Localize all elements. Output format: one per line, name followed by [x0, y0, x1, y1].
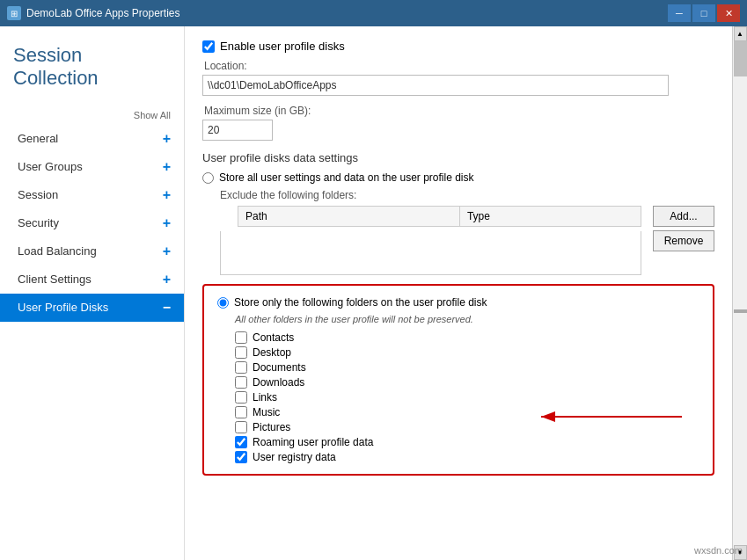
app-icon: ⊞ — [7, 6, 21, 20]
folder-desktop: Desktop — [235, 346, 699, 359]
sidebar-item-user-profile-disks[interactable]: User Profile Disks − — [0, 294, 184, 322]
folder-roaming-checkbox[interactable] — [235, 436, 247, 448]
main-window: Session Collection Show All General + Us… — [0, 26, 747, 560]
enable-profile-disks-label[interactable]: Enable user profile disks — [220, 40, 345, 53]
folder-downloads-checkbox[interactable] — [235, 376, 247, 389]
expand-icon-security: + — [163, 215, 171, 231]
remove-button[interactable]: Remove — [653, 230, 714, 251]
scroll-up-arrow[interactable]: ▲ — [734, 26, 747, 41]
sidebar-item-label-session: Session — [18, 188, 58, 201]
folder-downloads-label[interactable]: Downloads — [253, 376, 304, 389]
expand-icon-session: + — [163, 187, 171, 203]
folder-desktop-label[interactable]: Desktop — [253, 346, 291, 359]
arrow-annotation — [532, 404, 708, 430]
store-all-label[interactable]: Store all user settings and data on the … — [219, 171, 474, 184]
folder-roaming-label[interactable]: Roaming user profile data — [253, 436, 373, 448]
folder-music-label[interactable]: Music — [253, 406, 280, 418]
content-area: Enable user profile disks Location: Maxi… — [185, 26, 732, 560]
folder-downloads: Downloads — [235, 376, 699, 389]
scrollbar-track: ▲ ▼ — [732, 26, 747, 560]
expand-icon-user-groups: + — [163, 159, 171, 175]
folder-contacts: Contacts — [235, 331, 699, 344]
max-size-row: Maximum size (in GB): — [202, 105, 714, 141]
folder-contacts-checkbox[interactable] — [235, 331, 247, 344]
exclude-table-area: Path Type Add... Remove — [220, 206, 714, 275]
folder-pictures-label[interactable]: Pictures — [253, 421, 290, 433]
expand-icon-general: + — [163, 131, 171, 147]
content-inner: Enable user profile disks Location: Maxi… — [202, 40, 714, 476]
expand-icon-load-balancing: + — [163, 244, 171, 259]
sidebar-item-label-user-groups: User Groups — [18, 160, 83, 173]
folder-documents-checkbox[interactable] — [235, 361, 247, 374]
enable-profile-disks-row: Enable user profile disks — [202, 40, 714, 53]
data-settings-heading: User profile disks data settings — [202, 151, 714, 164]
sidebar-item-label-security: Security — [18, 216, 59, 229]
sidebar-item-label-general: General — [18, 132, 58, 145]
sidebar-item-user-groups[interactable]: User Groups + — [0, 153, 184, 181]
sidebar-item-label-client-settings: Client Settings — [18, 273, 92, 286]
folder-links: Links — [235, 391, 699, 404]
exclude-table-wrapper: Path Type — [220, 206, 641, 275]
enable-profile-disks-checkbox[interactable] — [202, 40, 215, 53]
sidebar-item-session[interactable]: Session + — [0, 181, 184, 209]
minimize-button[interactable]: ─ — [668, 4, 691, 22]
store-all-radio[interactable] — [202, 172, 214, 184]
sidebar-item-general[interactable]: General + — [0, 125, 184, 153]
maximize-button[interactable]: □ — [692, 4, 715, 22]
folder-links-label[interactable]: Links — [253, 391, 277, 404]
table-buttons: Add... Remove — [653, 206, 714, 251]
folder-contacts-label[interactable]: Contacts — [253, 331, 294, 344]
watermark: wxsdn.com — [694, 545, 743, 556]
col-type: Type — [459, 207, 641, 227]
store-only-label[interactable]: Store only the following folders on the … — [234, 296, 487, 309]
scrollbar-thumb[interactable] — [734, 41, 747, 76]
folder-documents-label[interactable]: Documents — [253, 361, 306, 374]
folder-links-checkbox[interactable] — [235, 391, 247, 404]
folders-list: Contacts Desktop Documents Downloads — [235, 331, 699, 463]
add-button[interactable]: Add... — [653, 206, 714, 227]
folder-desktop-checkbox[interactable] — [235, 346, 247, 359]
max-size-input[interactable] — [202, 120, 273, 141]
title-bar-left: ⊞ DemoLab Office Apps Properties — [7, 6, 180, 20]
expand-icon-client-settings: + — [163, 272, 171, 287]
store-only-radio[interactable] — [217, 297, 229, 309]
sidebar-item-label-load-balancing: Load Balancing — [18, 244, 97, 258]
store-only-radio-row: Store only the following folders on the … — [217, 296, 699, 309]
folder-pictures-checkbox[interactable] — [235, 421, 247, 433]
close-button[interactable]: ✕ — [717, 4, 740, 22]
sidebar-item-client-settings[interactable]: Client Settings + — [0, 265, 184, 294]
exclude-table-body — [220, 231, 641, 275]
title-bar-controls: ─ □ ✕ — [668, 4, 740, 22]
folder-roaming: Roaming user profile data — [235, 436, 699, 448]
exclude-label: Exclude the following folders: — [220, 189, 714, 201]
location-input[interactable] — [202, 75, 669, 96]
window-title: DemoLab Office Apps Properties — [26, 7, 180, 19]
scrollbar-grip — [734, 309, 747, 313]
title-bar: ⊞ DemoLab Office Apps Properties ─ □ ✕ — [0, 0, 747, 26]
location-row: Location: — [202, 60, 714, 96]
collapse-icon-user-profile-disks: − — [163, 300, 171, 316]
folder-music-checkbox[interactable] — [235, 406, 247, 418]
store-only-section: Store only the following folders on the … — [202, 284, 714, 476]
location-label: Location: — [202, 60, 714, 72]
folder-registry: User registry data — [235, 451, 699, 463]
sidebar: Session Collection Show All General + Us… — [0, 26, 185, 560]
folder-registry-checkbox[interactable] — [235, 451, 247, 463]
col-path: Path — [238, 207, 460, 227]
sidebar-item-security[interactable]: Security + — [0, 209, 184, 237]
folder-documents: Documents — [235, 361, 699, 374]
show-all-label[interactable]: Show All — [0, 108, 184, 125]
sidebar-item-load-balancing[interactable]: Load Balancing + — [0, 237, 184, 265]
max-size-label: Maximum size (in GB): — [202, 105, 714, 117]
hint-text: All other folders in the user profile wi… — [235, 314, 699, 324]
store-all-radio-row: Store all user settings and data on the … — [202, 171, 714, 184]
sidebar-item-label-user-profile-disks: User Profile Disks — [18, 301, 108, 314]
folder-registry-label[interactable]: User registry data — [253, 451, 336, 463]
sidebar-title: Session Collection — [0, 35, 184, 108]
exclude-table: Path Type — [238, 206, 641, 227]
